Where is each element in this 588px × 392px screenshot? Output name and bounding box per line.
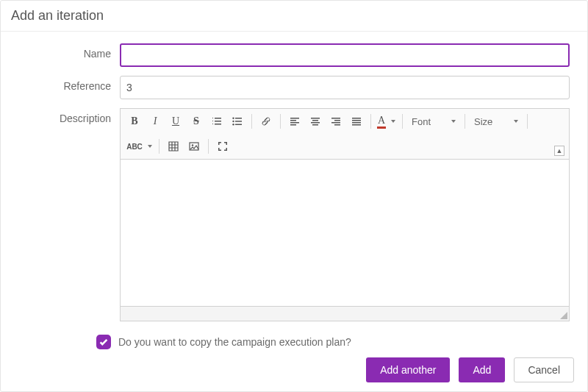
row-name: Name [8, 43, 570, 67]
link-button[interactable] [257, 112, 276, 131]
reference-input[interactable] [120, 76, 570, 99]
spellcheck-dropdown[interactable] [146, 137, 154, 156]
align-justify-button[interactable] [347, 112, 366, 131]
svg-rect-12 [311, 122, 320, 124]
svg-rect-4 [235, 121, 242, 122]
resize-handle-icon[interactable] [559, 310, 567, 319]
ordered-list-button[interactable] [207, 112, 226, 131]
svg-rect-14 [331, 118, 340, 119]
maximize-button[interactable] [213, 137, 232, 156]
copy-plan-checkbox[interactable] [96, 335, 111, 349]
text-color-button[interactable]: A [376, 112, 387, 131]
unordered-list-button[interactable] [228, 112, 247, 131]
spellcheck-button[interactable]: ABC [125, 137, 144, 156]
description-textarea[interactable] [120, 160, 570, 307]
cancel-button[interactable]: Cancel [514, 357, 574, 382]
name-input[interactable] [120, 43, 570, 67]
modal-footer: Add another Add Cancel [1, 350, 587, 391]
toolbar-separator [280, 114, 281, 129]
modal-header: Add an iteration [1, 1, 587, 32]
svg-rect-19 [352, 120, 361, 121]
svg-rect-9 [290, 124, 296, 126]
modal-body: Name Reference Description B I U S [1, 32, 587, 350]
font-combo[interactable]: Font [407, 112, 460, 131]
text-color-swatch [377, 126, 386, 129]
svg-rect-7 [290, 120, 296, 121]
text-color-dropdown[interactable] [389, 112, 398, 131]
add-iteration-modal: Add an iteration Name Reference Descript… [0, 0, 588, 392]
bold-button[interactable]: B [125, 112, 144, 131]
svg-rect-21 [352, 124, 361, 126]
align-left-button[interactable] [285, 112, 304, 131]
row-description: Description B I U S [8, 108, 570, 321]
toolbar-separator [527, 114, 528, 129]
italic-button[interactable]: I [146, 112, 165, 131]
copy-plan-row: Do you want to copy the campaign executi… [96, 335, 570, 349]
svg-rect-11 [312, 120, 318, 121]
add-another-button[interactable]: Add another [366, 357, 450, 382]
svg-rect-18 [352, 118, 361, 119]
toolbar-separator [159, 139, 159, 154]
rte-toolbar: B I U S [120, 108, 570, 160]
toolbar-separator [465, 114, 465, 129]
rte-footer [120, 307, 570, 321]
svg-point-23 [192, 144, 193, 146]
reference-label: Reference [8, 76, 111, 92]
svg-rect-10 [311, 118, 320, 119]
svg-point-2 [232, 124, 234, 125]
size-combo[interactable]: Size [470, 112, 523, 131]
modal-title: Add an iteration [11, 8, 577, 24]
copy-plan-label: Do you want to copy the campaign executi… [118, 336, 351, 348]
svg-rect-20 [352, 122, 361, 124]
image-button[interactable] [184, 137, 204, 156]
table-button[interactable] [164, 137, 183, 156]
svg-rect-3 [235, 118, 242, 119]
svg-rect-15 [334, 120, 340, 121]
description-label: Description [8, 108, 111, 124]
add-button[interactable]: Add [459, 357, 505, 382]
toolbar-separator [208, 139, 209, 154]
underline-button[interactable]: U [166, 112, 185, 131]
toolbar-separator [251, 114, 252, 129]
align-right-button[interactable] [326, 112, 345, 131]
toolbar-separator [370, 114, 371, 129]
name-label: Name [8, 43, 111, 60]
svg-rect-5 [235, 124, 242, 126]
strikethrough-button[interactable]: S [187, 112, 206, 131]
svg-rect-8 [290, 122, 299, 124]
toolbar-collapse-button[interactable]: ▲ [554, 146, 564, 156]
rich-text-editor: B I U S [120, 108, 570, 321]
svg-rect-16 [331, 122, 340, 124]
toolbar-separator [402, 114, 403, 129]
checkmark-icon [98, 337, 109, 347]
svg-point-0 [232, 118, 234, 119]
svg-point-1 [232, 121, 234, 122]
svg-rect-13 [312, 124, 318, 126]
align-center-button[interactable] [306, 112, 325, 131]
svg-rect-6 [290, 118, 299, 119]
row-reference: Reference [8, 76, 570, 99]
svg-rect-17 [334, 124, 340, 126]
